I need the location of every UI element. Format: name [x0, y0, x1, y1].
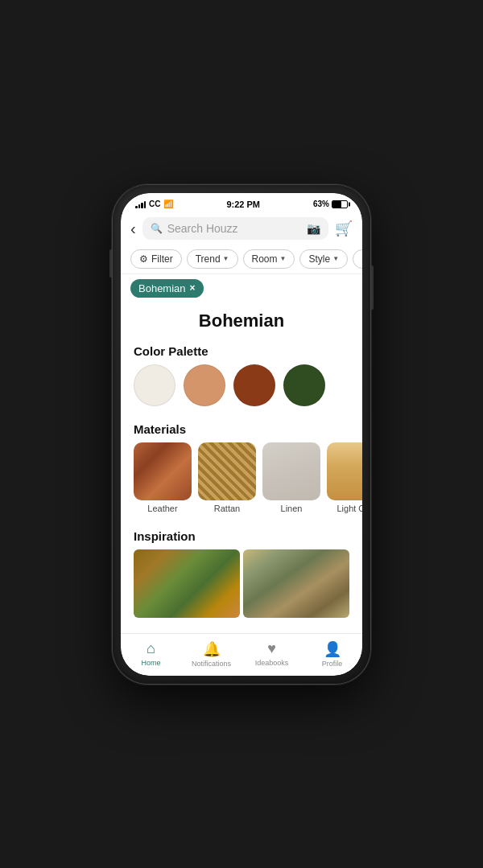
inspiration-photo-2[interactable] — [243, 549, 349, 618]
more-filter[interactable]: Me… — [353, 249, 362, 269]
style-filter[interactable]: Style ▼ — [299, 249, 348, 269]
material-linen[interactable]: Linen — [262, 442, 320, 513]
ideabooks-icon: ♥ — [267, 640, 276, 657]
search-input[interactable]: Search Houzz — [167, 222, 302, 235]
phone-inner: CC 📶 9:22 PM 63% ‹ 🔍 Search Houzz 📷 — [121, 193, 362, 676]
color-palette — [121, 364, 362, 414]
color-terracotta-light[interactable] — [184, 364, 225, 406]
main-content: Bohemian Color Palette Materials — [121, 302, 362, 633]
signal-bar-2 — [138, 204, 141, 208]
material-linen-label: Linen — [281, 504, 303, 513]
materials-title: Materials — [121, 414, 362, 442]
nav-ideabooks[interactable]: ♥ Ideabooks — [250, 640, 294, 667]
room-chevron: ▼ — [280, 255, 287, 262]
signal-bar-1 — [135, 206, 138, 208]
material-leather-label: Leather — [147, 504, 177, 513]
trend-filter[interactable]: Trend ▼ — [187, 249, 238, 269]
nav-ideabooks-label: Ideabooks — [255, 659, 289, 667]
color-forest-green[interactable] — [283, 364, 325, 406]
inspiration-photo-1[interactable] — [134, 549, 240, 618]
battery-label: 63% — [313, 200, 329, 208]
material-rattan-thumb — [198, 442, 256, 500]
home-icon: ⌂ — [147, 640, 155, 657]
screen: CC 📶 9:22 PM 63% ‹ 🔍 Search Houzz 📷 — [121, 193, 362, 676]
filter-bar: ⚙ Filter Trend ▼ Room ▼ Style ▼ Me… — [121, 245, 362, 274]
header: ‹ 🔍 Search Houzz 📷 🛒 — [121, 212, 362, 245]
material-oak[interactable]: Light Oak — [327, 442, 362, 513]
trend-chevron: ▼ — [223, 255, 229, 262]
time-display: 9:22 PM — [226, 200, 260, 209]
nav-profile[interactable]: 👤 Profile — [310, 640, 354, 668]
carrier-label: CC — [149, 200, 160, 208]
inspiration-title: Inspiration — [121, 521, 362, 549]
filter-button[interactable]: ⚙ Filter — [130, 249, 182, 269]
search-bar[interactable]: 🔍 Search Houzz 📷 — [142, 217, 328, 240]
nav-notifications[interactable]: 🔔 Notifications — [189, 640, 233, 668]
status-bar: CC 📶 9:22 PM 63% — [121, 193, 362, 212]
nav-profile-label: Profile — [322, 660, 343, 668]
materials-grid: Leather Rattan Linen — [121, 442, 362, 521]
rattan-texture — [198, 442, 256, 500]
material-leather[interactable]: Leather — [134, 442, 192, 513]
filter-sliders-icon: ⚙ — [139, 253, 148, 265]
color-cream[interactable] — [134, 364, 175, 406]
style-chevron: ▼ — [332, 255, 339, 262]
camera-icon[interactable]: 📷 — [307, 222, 320, 235]
material-rattan[interactable]: Rattan — [198, 442, 256, 513]
nav-home[interactable]: ⌂ Home — [129, 640, 173, 667]
back-button[interactable]: ‹ — [130, 220, 136, 237]
room-label: Room — [252, 253, 278, 265]
trend-label: Trend — [196, 253, 221, 265]
room-filter[interactable]: Room ▼ — [243, 249, 295, 269]
leather-texture — [134, 442, 192, 500]
battery-icon — [332, 200, 348, 208]
oak-texture — [327, 442, 362, 500]
battery-fill — [332, 201, 341, 208]
profile-icon: 👤 — [324, 640, 341, 658]
notifications-icon: 🔔 — [203, 640, 221, 658]
linen-texture — [262, 442, 320, 500]
cart-button[interactable]: 🛒 — [335, 220, 353, 237]
color-palette-title: Color Palette — [121, 336, 362, 364]
active-tags: Bohemian × — [121, 274, 362, 302]
material-linen-thumb — [262, 442, 320, 500]
tag-label: Bohemian — [138, 282, 186, 294]
nav-home-label: Home — [141, 659, 160, 667]
material-rattan-label: Rattan — [214, 504, 240, 513]
filter-label: Filter — [151, 253, 173, 265]
signal-bar-4 — [144, 201, 147, 208]
status-left: CC 📶 — [135, 200, 173, 208]
inspiration-grid — [121, 549, 362, 626]
more-label: Me… — [361, 253, 362, 265]
phone-frame: CC 📶 9:22 PM 63% ‹ 🔍 Search Houzz 📷 — [113, 185, 370, 684]
status-right: 63% — [313, 200, 348, 208]
tag-close-button[interactable]: × — [190, 282, 196, 294]
page-title: Bohemian — [121, 302, 362, 336]
material-oak-label: Light Oak — [336, 504, 362, 513]
search-icon: 🔍 — [151, 223, 163, 234]
style-label: Style — [308, 253, 330, 265]
color-rust[interactable] — [233, 364, 275, 406]
signal-bars — [135, 200, 146, 208]
material-oak-thumb — [327, 442, 362, 500]
nav-notifications-label: Notifications — [192, 660, 231, 668]
wifi-icon: 📶 — [163, 200, 173, 208]
bottom-nav: ⌂ Home 🔔 Notifications ♥ Ideabooks 👤 Pro… — [121, 633, 362, 676]
material-leather-thumb — [134, 442, 192, 500]
signal-bar-3 — [141, 203, 143, 208]
bohemian-tag[interactable]: Bohemian × — [130, 279, 204, 298]
